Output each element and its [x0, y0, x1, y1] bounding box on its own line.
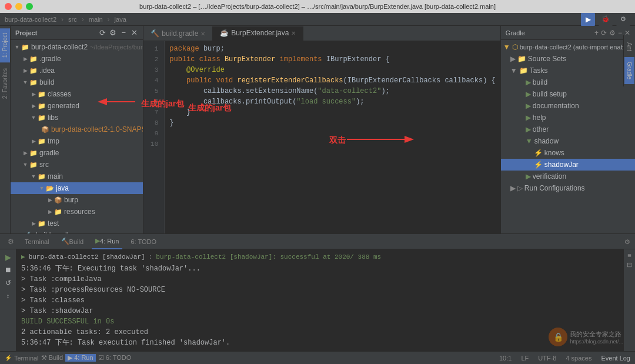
run-settings-btn[interactable]: ⚙ — [5, 236, 16, 248]
tree-item-libs[interactable]: ▼ 📁 libs — [11, 112, 143, 123]
run-build-success: BUILD SUCCESSFUL in 0s — [21, 316, 619, 327]
tree-item-root[interactable]: ▼ 📁 burp-data-collect2 ~/IdeaProjects/bu… — [11, 41, 143, 53]
panel-sync-icon[interactable]: ⟳ — [98, 29, 106, 37]
status-event-log[interactable]: Event Log — [601, 355, 630, 362]
run-play-btn[interactable]: ▶ — [3, 252, 14, 262]
traffic-lights — [5, 3, 33, 10]
tab-burp-extender[interactable]: ☕ BurpExtender.java ✕ — [213, 26, 303, 41]
editor-panel: 🔨 build.gradle ✕ ☕ BurpExtender.java ✕ 1… — [143, 26, 501, 233]
tree-item-gradle-root[interactable]: ▶ 📁 gradle — [11, 147, 143, 159]
panel-minimize-icon[interactable]: − — [119, 29, 128, 37]
minimize-button[interactable] — [15, 3, 22, 10]
tree-item-src[interactable]: ▼ 📁 src — [11, 159, 143, 171]
gradle-documentation[interactable]: ▶ documentation — [501, 100, 635, 112]
tree-item-classes[interactable]: ▶ 📁 classes — [11, 88, 143, 100]
tree-item-generated[interactable]: ▶ 📁 generated — [11, 100, 143, 112]
status-indent[interactable]: 4 spaces — [566, 355, 591, 362]
run-content: ▶ ⏹ ↺ ↕ ▶ burp-data-collect2 [shadowJar]… — [0, 249, 635, 351]
tree-item-jar[interactable]: 📦 burp-data-collect2-1.0-SNAPSHOT-all.ja… — [11, 123, 143, 135]
project-panel-title: Project — [15, 29, 37, 36]
run-tab-run[interactable]: ▶ 4: Run — [92, 234, 122, 249]
close-button[interactable] — [5, 3, 12, 10]
run-scroll-btn[interactable]: ↕ — [3, 290, 14, 301]
gradle-verification[interactable]: ▶ verification — [501, 171, 635, 182]
gradle-minimize-icon[interactable]: − — [618, 29, 622, 37]
run-sidebar: ▶ ⏹ ↺ ↕ — [0, 249, 16, 351]
tree-item-build-gradle[interactable]: 🔨 build.gradle — [11, 229, 143, 233]
breadcrumb-project[interactable]: burp-data-collect2 — [5, 16, 56, 23]
status-terminal[interactable]: Terminal — [14, 355, 39, 362]
status-todo[interactable]: ☑ 6: TODO — [98, 354, 132, 362]
tree-item-build-dir[interactable]: ▼ 📁 build — [11, 76, 143, 88]
run-output-line-9: 5:36:47 下午: Task execution finished 'sha… — [21, 338, 619, 348]
debug-button[interactable]: 🐞 — [599, 12, 613, 26]
gradle-build[interactable]: ▶ build — [501, 76, 635, 88]
gradle-shadow[interactable]: ▼ shadow — [501, 135, 635, 147]
sidebar-tab-favorites[interactable]: 2: Favorites — [0, 64, 10, 103]
run-header: ⚙ Terminal 🔨 Build ▶ 4: Run 6: TODO ⚙ — [0, 234, 635, 249]
gradle-root[interactable]: ▼ ⬡ burp-data-collect2 (auto-import enab… — [501, 41, 635, 53]
code-area: 1 2 3 4 5 6 7 8 9 10 package burp; publi… — [143, 41, 500, 233]
gradle-tasks[interactable]: ▼ 📁 Tasks — [501, 65, 635, 76]
run-output-line-3: > Task :processResources NO-SOURCE — [21, 285, 619, 295]
run-tab-terminal[interactable]: Terminal — [21, 234, 53, 249]
tree-item-burp[interactable]: ▶ 📦 burp — [11, 194, 143, 206]
tree-item-java[interactable]: ▼ 📂 java — [11, 182, 143, 194]
run-output-area: ▶ burp-data-collect2 [shadowJar] : burp-… — [16, 249, 623, 351]
watermark: 🔒 我的安全专家之路 https://blog.csdn.net/... — [549, 328, 623, 346]
maximize-button[interactable] — [26, 3, 33, 10]
tab-build-gradle[interactable]: 🔨 build.gradle ✕ — [143, 26, 213, 41]
statusbar: ⚡ Terminal ⚒ Build ▶ 4: Run ☑ 6: TODO 10… — [0, 351, 635, 364]
run-stop-btn[interactable]: ⏹ — [3, 265, 14, 275]
status-run[interactable]: ▶ 4: Run — [65, 354, 95, 362]
tree-item-gradle-dir[interactable]: ▶ 📁 .gradle — [11, 53, 143, 65]
run-filter-btn[interactable]: ⊟ — [627, 261, 632, 269]
run-right-toolbar: ≡ ⊟ — [623, 249, 635, 351]
run-tab-build[interactable]: 🔨 Build — [58, 234, 87, 249]
gradle-shadowjar[interactable]: ⚡ shadowJar — [501, 159, 635, 171]
run-output-line-8: 2 actionable tasks: 2 executed — [21, 327, 619, 338]
run-panel-settings[interactable]: ⚙ — [624, 238, 630, 245]
gradle-sync-icon[interactable]: ⟳ — [601, 29, 607, 37]
tree-item-resources[interactable]: ▶ 📁 resources — [11, 206, 143, 218]
run-output-line-0: 5:36:46 下午: Executing task 'shadowJar'..… — [21, 263, 619, 274]
run-output-line-4: > Task :classes — [21, 295, 619, 306]
watermark-text: 我的安全专家之路 https://blog.csdn.net/... — [570, 330, 623, 345]
sidebar-tab-gradle[interactable]: Gradle — [624, 57, 634, 84]
line-numbers: 1 2 3 4 5 6 7 8 9 10 — [143, 41, 165, 233]
gradle-source-sets[interactable]: ▶ 📁 Source Sets — [501, 53, 635, 65]
run-rerun-btn[interactable]: ↺ — [3, 278, 14, 288]
breadcrumb-src[interactable]: src — [68, 16, 77, 23]
gradle-settings-icon[interactable]: ⚙ — [609, 29, 616, 37]
tree-item-main[interactable]: ▼ 📁 main — [11, 171, 143, 182]
project-tree: ▼ 📁 burp-data-collect2 ~/IdeaProjects/bu… — [11, 40, 143, 233]
gradle-title: Gradle — [506, 29, 525, 36]
breadcrumb-main[interactable]: main — [89, 16, 103, 23]
editor-tabs: 🔨 build.gradle ✕ ☕ BurpExtender.java ✕ — [143, 26, 500, 41]
gradle-refresh-icon[interactable]: + — [594, 29, 599, 37]
sidebar-tab-project[interactable]: 1: Project — [0, 28, 10, 62]
gradle-other[interactable]: ▶ other — [501, 123, 635, 135]
status-lf[interactable]: LF — [521, 355, 529, 362]
status-encoding[interactable]: UTF-8 — [538, 355, 556, 362]
run-button[interactable]: ▶ — [581, 12, 595, 26]
gradle-build-setup[interactable]: ▶ build setup — [501, 88, 635, 100]
gradle-knows[interactable]: ⚡ knows — [501, 147, 635, 159]
run-tab-todo[interactable]: 6: TODO — [127, 234, 160, 249]
breadcrumb-java[interactable]: java — [115, 16, 126, 23]
code-content[interactable]: package burp; public class BurpExtender … — [165, 41, 500, 233]
run-wrap-btn[interactable]: ≡ — [627, 252, 631, 259]
panel-settings-icon[interactable]: ⚙ — [109, 29, 117, 37]
settings-button[interactable]: ⚙ — [616, 12, 630, 26]
tree-item-tmp[interactable]: ▶ 📁 tmp — [11, 135, 143, 147]
run-output-line-2: > Task :compileJava — [21, 274, 619, 285]
tree-item-test[interactable]: ▶ 📁 test — [11, 218, 143, 229]
status-build[interactable]: ⚒ Build — [41, 354, 63, 362]
sidebar-tab-ant[interactable]: Ant — [624, 38, 634, 56]
panel-toolbar: ⟳ ⚙ − ✕ — [98, 29, 138, 37]
status-position[interactable]: 10:1 — [499, 355, 512, 362]
gradle-help[interactable]: ▶ help — [501, 112, 635, 123]
gradle-run-configs[interactable]: ▶ ▷ Run Configurations — [501, 182, 635, 194]
panel-close-icon[interactable]: ✕ — [130, 29, 138, 37]
tree-item-idea-dir[interactable]: ▶ 📁 .idea — [11, 65, 143, 76]
